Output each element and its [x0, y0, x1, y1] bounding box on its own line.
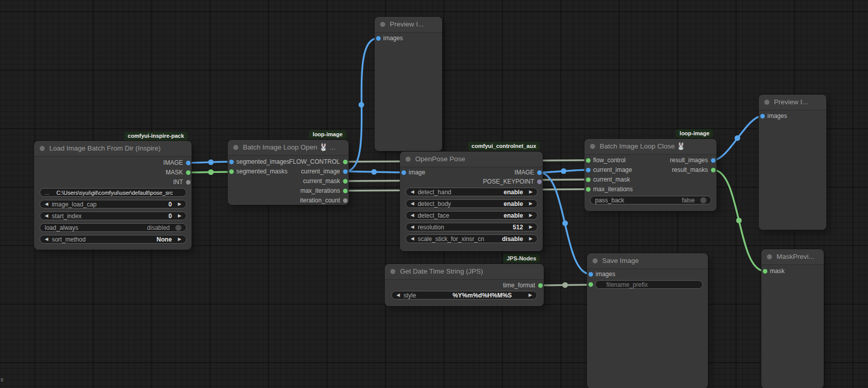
node-preview-image-top[interactable]: Preview I... images: [375, 17, 442, 151]
iteration-count-output-port[interactable]: [343, 198, 348, 203]
widget-resolution[interactable]: ◀ resolution 512 ▶: [406, 223, 538, 231]
output-label: FLOW_CONTROL: [289, 157, 340, 166]
collapse-dot[interactable]: [593, 258, 598, 263]
collapse-dot[interactable]: [767, 254, 772, 259]
node-get-date-time-string[interactable]: Get Date Time String (JPS) time_format ◀…: [385, 264, 544, 306]
node-openpose-pose[interactable]: OpenPose Pose image IMAGE POSE_KEYPOINT …: [400, 152, 543, 251]
widget-start-index[interactable]: ◀ start_index 0 ▶: [40, 212, 187, 220]
widget-label: ...: [45, 190, 49, 196]
toggle-knob[interactable]: [175, 225, 181, 231]
node-load-image-batch[interactable]: Load Image Batch From Dir (Inspire) IMAG…: [34, 141, 192, 250]
widget-directory-path[interactable]: ... C:\Users\syui\git\comfyui\user\defau…: [40, 188, 187, 197]
flow-control-input-port[interactable]: [586, 158, 591, 163]
increment-arrow[interactable]: ▶: [178, 212, 181, 220]
mask-input-port[interactable]: [763, 269, 767, 274]
filename-prefix-input-port[interactable]: [588, 282, 593, 287]
graph-canvas[interactable]: comfyui-inspire-pack loop-image comfyui_…: [0, 0, 868, 388]
collapse-dot[interactable]: [40, 146, 45, 151]
node-title-bar[interactable]: Get Date Time String (JPS): [385, 264, 544, 280]
prev-arrow[interactable]: ◀: [411, 211, 414, 220]
current-image-output-port[interactable]: [343, 169, 348, 174]
node-title-bar[interactable]: OpenPose Pose: [400, 152, 543, 167]
prev-arrow[interactable]: ◀: [411, 234, 414, 243]
current-image-input-port[interactable]: [586, 168, 591, 172]
time-format-output-port[interactable]: [538, 283, 543, 288]
increment-arrow[interactable]: ▶: [178, 235, 181, 244]
int-output-port[interactable]: [186, 180, 191, 185]
segmented-masks-input-port[interactable]: [229, 169, 234, 174]
widget-load-always[interactable]: load_always disabled: [40, 223, 187, 232]
node-preview-image-right[interactable]: Preview I... images: [759, 95, 826, 230]
widget-detect-hand[interactable]: ◀ detect_hand enable ▶: [406, 188, 538, 196]
node-title-bar[interactable]: Save Image: [587, 253, 708, 269]
decrement-arrow[interactable]: ◀: [45, 212, 48, 220]
segmented-images-input-port[interactable]: [229, 160, 234, 164]
max-iterations-input-port[interactable]: [586, 187, 591, 192]
collapse-dot[interactable]: [406, 157, 411, 162]
decrement-arrow[interactable]: ◀: [411, 223, 414, 231]
widget-detect-body[interactable]: ◀ detect_body enable ▶: [406, 199, 538, 208]
slot-row: current_image result_masks: [584, 165, 717, 174]
next-arrow[interactable]: ▶: [529, 211, 533, 220]
prev-arrow[interactable]: ◀: [411, 199, 414, 208]
node-title-bar[interactable]: Batch Image Loop Open 🐰 ...: [228, 140, 349, 156]
image-output-port[interactable]: [186, 161, 191, 165]
current-mask-input-port[interactable]: [586, 177, 591, 182]
image-output-port[interactable]: [537, 170, 542, 175]
next-arrow[interactable]: ▶: [529, 291, 532, 300]
flow-control-output-port[interactable]: [343, 160, 348, 164]
slot-row: MASK: [34, 168, 192, 177]
collapse-dot[interactable]: [233, 145, 238, 150]
output-label: IMAGE: [163, 158, 183, 167]
images-input-port[interactable]: [760, 114, 765, 118]
decrement-arrow[interactable]: ◀: [45, 200, 48, 208]
widget-filename-prefix[interactable]: filename_prefix: [595, 280, 703, 289]
slot-row: iteration_count: [228, 196, 349, 205]
widget-style[interactable]: ◀ style %Y%m%d%H%M%S ▶: [391, 291, 537, 300]
node-title: OpenPose Pose: [415, 155, 465, 163]
input-label: current_image: [593, 165, 632, 174]
max-iterations-output-port[interactable]: [343, 189, 348, 193]
current-mask-output-port[interactable]: [343, 179, 348, 184]
collapse-dot[interactable]: [590, 144, 595, 149]
images-input-port[interactable]: [588, 272, 593, 277]
prev-arrow[interactable]: ◀: [411, 188, 414, 196]
collapse-dot[interactable]: [764, 100, 769, 105]
increment-arrow[interactable]: ▶: [178, 200, 181, 208]
mask-output-port[interactable]: [186, 170, 191, 175]
node-batch-image-loop-open[interactable]: Batch Image Loop Open 🐰 ... segmented_im…: [228, 140, 349, 205]
result-masks-output-port[interactable]: [711, 168, 716, 172]
widget-scale-stick-for-xinsr-cn[interactable]: ◀ scale_stick_for_xinsr_cn disable ▶: [406, 234, 538, 243]
widget-pass-back[interactable]: pass_back false: [590, 196, 711, 204]
result-images-output-port[interactable]: [711, 158, 716, 163]
collapse-dot[interactable]: [380, 22, 385, 27]
node-mask-preview[interactable]: MaskPrevi... mask: [761, 249, 824, 388]
prev-arrow[interactable]: ◀: [396, 291, 400, 300]
next-arrow[interactable]: ▶: [529, 188, 533, 196]
node-title-bar[interactable]: Load Image Batch From Dir (Inspire): [34, 141, 192, 157]
node-title-bar[interactable]: Batch Image Loop Close 🐰: [584, 139, 717, 155]
increment-arrow[interactable]: ▶: [529, 223, 533, 231]
decrement-arrow[interactable]: ◀: [45, 235, 48, 244]
pose-keypoint-output-port[interactable]: [537, 180, 542, 184]
next-arrow[interactable]: ▶: [529, 199, 533, 208]
widget-value: %Y%m%d%H%M%S: [452, 292, 512, 299]
node-save-image[interactable]: Save Image images filename_prefix: [587, 253, 708, 388]
toggle-knob[interactable]: [700, 197, 706, 203]
node-title-bar[interactable]: Preview I...: [375, 17, 442, 33]
slot-row: image IMAGE: [400, 168, 543, 177]
images-input-port[interactable]: [376, 36, 381, 41]
node-title-bar[interactable]: MaskPrevi...: [761, 249, 824, 265]
next-arrow[interactable]: ▶: [529, 234, 533, 243]
node-title-bar[interactable]: Preview I...: [759, 95, 826, 110]
node-batch-image-loop-close[interactable]: Batch Image Loop Close 🐰 flow_control re…: [584, 139, 717, 211]
widget-sort-method[interactable]: ◀ sort_method None ▶: [40, 235, 187, 244]
collapse-dot[interactable]: [390, 269, 395, 274]
node-title: MaskPrevi...: [777, 253, 814, 260]
widget-label: resolution: [418, 224, 513, 231]
output-label: result_images: [670, 156, 708, 165]
widget-image-load-cap[interactable]: ◀ image_load_cap 0 ▶: [40, 200, 187, 208]
widget-label: pass_back: [595, 197, 682, 204]
widget-detect-face[interactable]: ◀ detect_face enable ▶: [406, 211, 538, 220]
image-input-port[interactable]: [401, 170, 406, 175]
